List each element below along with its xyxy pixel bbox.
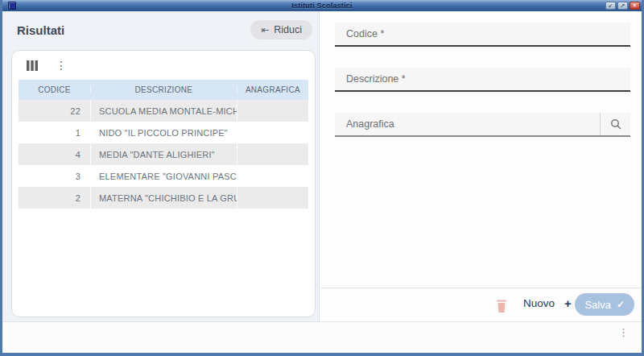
results-panel: Risultati ⇤ Riduci ⋮ CODICE DESCRIZIONE …: [2, 11, 320, 321]
table-row[interactable]: 4MEDIA "DANTE ALIGHIERI": [19, 143, 308, 165]
cell-codice: 3: [19, 165, 91, 187]
anagrafica-field-label: Anagrafica: [346, 118, 394, 130]
bottom-kebab-icon[interactable]: ⋮: [618, 326, 629, 338]
close-button[interactable]: ✕: [630, 2, 640, 10]
cell-descrizione: NIDO "IL PICCOLO PRINCIPE": [91, 122, 237, 143]
column-header-codice[interactable]: CODICE: [19, 85, 91, 94]
columns-icon[interactable]: [25, 59, 39, 72]
maximize-button[interactable]: ↗: [617, 2, 628, 10]
cell-descrizione: MEDIA "DANTE ALIGHIERI": [91, 143, 237, 165]
salva-label: Salva: [584, 299, 611, 311]
riduci-button[interactable]: ⇤ Riduci: [250, 20, 312, 39]
search-icon: [610, 118, 621, 130]
table-row[interactable]: 22SCUOLA MEDIA MONTALE-MICHE...: [19, 100, 308, 122]
codice-field[interactable]: Codice *: [335, 23, 630, 47]
app-window: Istituti Scolastici ↙ ↗ ✕ Risultati ⇤ Ri…: [0, 0, 644, 356]
table-row[interactable]: 3ELEMENTARE "GIOVANNI PASCOLI": [19, 165, 308, 187]
column-header-anagrafica[interactable]: ANAGRAFICA: [237, 85, 308, 94]
cell-descrizione: ELEMENTARE "GIOVANNI PASCOLI": [91, 165, 237, 187]
trash-icon: [496, 300, 507, 313]
window-title: Istituti Scolastici: [0, 2, 644, 10]
detail-form-panel: Codice * Descrizione * Anagrafica: [320, 11, 642, 321]
salva-button[interactable]: Salva ✓: [575, 293, 634, 316]
form-actions: Nuovo + Salva ✓: [320, 288, 642, 321]
cell-codice: 1: [19, 122, 91, 143]
bottom-strip: ⋮: [2, 323, 642, 353]
descrizione-field[interactable]: Descrizione *: [335, 68, 630, 92]
cell-descrizione: SCUOLA MEDIA MONTALE-MICHE...: [91, 100, 237, 122]
cell-codice: 2: [19, 187, 91, 209]
cell-descrizione: MATERNA "CHICHIBIO E LA GRU": [91, 187, 237, 209]
restore-button[interactable]: ↙: [605, 2, 616, 10]
collapse-left-icon: ⇤: [261, 24, 269, 35]
table-body: 22SCUOLA MEDIA MONTALE-MICHE...1NIDO "IL…: [19, 100, 308, 209]
anagrafica-field[interactable]: Anagrafica: [335, 113, 630, 137]
results-title: Risultati: [17, 23, 64, 37]
results-table-card: ⋮ CODICE DESCRIZIONE ANAGRAFICA 22SCUOLA…: [11, 50, 316, 317]
main-area: Risultati ⇤ Riduci ⋮ CODICE DESCRIZIONE …: [2, 11, 642, 322]
cell-codice: 4: [19, 143, 91, 165]
table-menu-kebab-icon[interactable]: ⋮: [54, 58, 68, 72]
riduci-label: Riduci: [274, 24, 302, 35]
titlebar: Istituti Scolastici ↙ ↗ ✕: [0, 0, 644, 11]
plus-icon: +: [564, 296, 572, 310]
nuovo-button[interactable]: Nuovo +: [523, 296, 572, 310]
table-toolbar: ⋮: [12, 51, 315, 80]
column-header-descrizione[interactable]: DESCRIZIONE: [91, 85, 237, 94]
cell-codice: 22: [19, 100, 91, 122]
descrizione-field-label: Descrizione *: [346, 73, 406, 85]
window-app-icon: [8, 2, 16, 10]
nuovo-label: Nuovo: [523, 297, 555, 309]
delete-button[interactable]: [494, 298, 509, 317]
checkmark-icon: ✓: [617, 299, 625, 310]
table-header-row: CODICE DESCRIZIONE ANAGRAFICA: [19, 80, 308, 100]
anagrafica-search-button[interactable]: [600, 113, 630, 135]
table-row[interactable]: 1NIDO "IL PICCOLO PRINCIPE": [19, 122, 308, 143]
table-row[interactable]: 2MATERNA "CHICHIBIO E LA GRU": [19, 187, 308, 209]
results-table: CODICE DESCRIZIONE ANAGRAFICA 22SCUOLA M…: [19, 80, 308, 209]
codice-field-label: Codice *: [346, 28, 384, 39]
